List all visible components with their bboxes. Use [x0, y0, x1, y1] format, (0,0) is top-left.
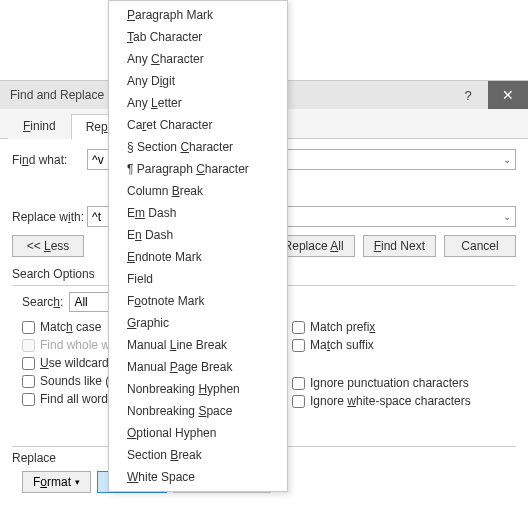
cancel-button[interactable]: Cancel — [444, 235, 516, 257]
less-button[interactable]: << Less<< Less — [12, 235, 84, 257]
close-button[interactable]: ✕ — [488, 81, 528, 109]
special-menu-item[interactable]: Field — [109, 268, 287, 290]
special-menu-item[interactable]: Graphic — [109, 312, 287, 334]
special-menu-item[interactable]: Column Break — [109, 180, 287, 202]
special-menu-item[interactable]: Caret Character — [109, 114, 287, 136]
special-menu-item[interactable]: Tab Character — [109, 26, 287, 48]
special-menu-item[interactable]: Section Break — [109, 444, 287, 466]
help-button[interactable]: ? — [448, 81, 488, 109]
find-next-button[interactable]: Find NextFind Next — [363, 235, 436, 257]
special-menu-item[interactable]: Nonbreaking Space — [109, 400, 287, 422]
chevron-down-icon: ▾ — [75, 477, 80, 487]
special-menu-item[interactable]: ¶ Paragraph Character — [109, 158, 287, 180]
special-menu-item[interactable]: Any Letter — [109, 92, 287, 114]
match-suffix-checkbox[interactable]: Match suffixMatch suffix — [292, 338, 516, 352]
special-menu-item[interactable]: Any Character — [109, 48, 287, 70]
special-menu-item[interactable]: Any Digit — [109, 70, 287, 92]
match-prefix-checkbox[interactable]: Match prefixMatch prefix — [292, 320, 516, 334]
ignore-whitespace-checkbox[interactable]: Ignore white-space charactersIgnore whit… — [292, 394, 516, 408]
format-button[interactable]: Format▾Format — [22, 471, 91, 493]
special-menu-item[interactable]: Footnote Mark — [109, 290, 287, 312]
tab-find[interactable]: FinFindind — [8, 113, 71, 139]
special-menu-item[interactable]: Endnote Mark — [109, 246, 287, 268]
special-menu-item[interactable]: Optional Hyphen — [109, 422, 287, 444]
special-menu: Paragraph MarkTab CharacterAny Character… — [108, 0, 288, 492]
special-menu-item[interactable]: Nonbreaking Hyphen — [109, 378, 287, 400]
ignore-punctuation-checkbox[interactable]: Ignore punctuation charactersIgnore punc… — [292, 376, 516, 390]
dropdown-icon[interactable]: ⌄ — [503, 211, 511, 222]
special-menu-item[interactable]: En Dash — [109, 224, 287, 246]
search-direction-label: Search:Search: — [22, 295, 63, 309]
replace-with-label: Replace with:Replace with: — [12, 210, 87, 224]
special-menu-item[interactable]: Paragraph Mark — [109, 4, 287, 26]
special-menu-item[interactable]: Em Dash — [109, 202, 287, 224]
special-menu-item[interactable]: Manual Line Break — [109, 334, 287, 356]
special-menu-item[interactable]: White Space — [109, 466, 287, 488]
special-menu-item[interactable]: § Section Character — [109, 136, 287, 158]
special-menu-item[interactable]: Manual Page Break — [109, 356, 287, 378]
find-what-label: Find what:Find what: — [12, 153, 87, 167]
dropdown-icon[interactable]: ⌄ — [503, 154, 511, 165]
